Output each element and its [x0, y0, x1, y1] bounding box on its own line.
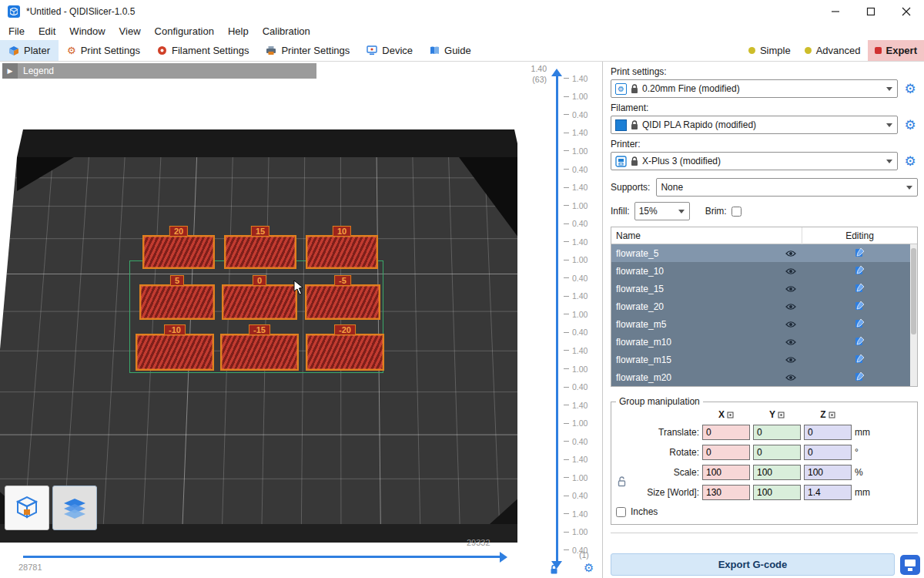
eye-icon[interactable] [780, 338, 802, 346]
translate-y-field[interactable] [753, 425, 801, 440]
flowrate-patch[interactable]: 10 [306, 235, 378, 269]
mode-simple[interactable]: Simple [742, 40, 798, 61]
gear-icon[interactable]: ⚙ [584, 561, 594, 575]
menu-file[interactable]: File [2, 23, 32, 40]
horizontal-slider-handle[interactable] [500, 552, 513, 563]
print-settings-gear-button[interactable]: ⚙ [902, 81, 918, 97]
group-manipulation-title: Group manipulation [616, 396, 703, 407]
minimize-icon[interactable] [818, 0, 853, 23]
layer-tick: 1.00 [564, 360, 588, 378]
translate-x-field[interactable] [702, 425, 750, 440]
object-list-row[interactable]: flowrate_m10 [611, 333, 917, 351]
flowrate-patch[interactable]: -15 [220, 334, 299, 371]
legend-bar[interactable]: ▶ Legend [2, 63, 316, 79]
lock-icon[interactable] [550, 564, 558, 578]
size-y-field[interactable] [753, 485, 801, 500]
flowrate-patch[interactable]: 20 [142, 235, 215, 269]
side-panel: Print settings: ⚙ 0.20mm Fine (modified)… [602, 62, 924, 578]
tab-device[interactable]: Device [358, 40, 421, 61]
translate-z-field[interactable] [804, 425, 852, 440]
size-z-field[interactable] [804, 485, 852, 500]
editing-icon[interactable] [855, 283, 865, 295]
layer-current-height: 1.40 [521, 63, 547, 74]
mode-advanced[interactable]: Advanced [798, 40, 868, 61]
uniform-scale-lock-icon[interactable] [616, 476, 627, 487]
export-gcode-button[interactable]: Export G-code [611, 553, 895, 576]
printer-gear-button[interactable]: ⚙ [902, 153, 918, 170]
flowrate-patch[interactable]: -5 [305, 284, 380, 320]
mode-expert[interactable]: Expert [868, 40, 924, 61]
size-label: Size [World]: [630, 487, 699, 498]
filament-select[interactable]: QIDI PLA Rapido (modified) [611, 116, 898, 134]
infill-select[interactable]: 15% [634, 202, 690, 220]
flowrate-patch[interactable]: 5 [139, 284, 215, 320]
eye-icon[interactable] [780, 374, 802, 381]
editing-icon[interactable] [855, 371, 865, 384]
eye-icon[interactable] [780, 285, 802, 293]
menu-calibration[interactable]: Calibration [256, 23, 317, 40]
inches-checkbox[interactable] [616, 507, 626, 517]
axis-icon [727, 412, 734, 418]
eye-icon[interactable] [780, 356, 802, 364]
layer-tick: 0.40 [564, 106, 588, 124]
scale-unit: % [855, 467, 878, 478]
close-icon[interactable] [889, 0, 924, 23]
rotate-y-field[interactable] [753, 445, 801, 460]
scale-y-field[interactable] [753, 465, 801, 480]
menu-window[interactable]: Window [62, 23, 112, 40]
rotate-label: Rotate: [630, 447, 699, 458]
rotate-x-field[interactable] [702, 445, 750, 460]
object-list-row[interactable]: flowrate_m5 [611, 315, 917, 333]
filament-icon [157, 45, 167, 55]
size-x-field[interactable] [702, 485, 750, 500]
scrollbar-thumb[interactable] [911, 248, 916, 334]
eye-icon[interactable] [780, 321, 802, 328]
eye-icon[interactable] [780, 303, 802, 311]
layer-slider-track[interactable] [556, 71, 558, 561]
eye-icon[interactable] [780, 267, 802, 275]
editing-icon[interactable] [855, 265, 865, 277]
tab-plater[interactable]: Plater [0, 40, 59, 61]
tab-print-settings[interactable]: ⚙ Print Settings [59, 40, 149, 61]
object-list-row[interactable]: flowrate_10 [611, 262, 917, 280]
flowrate-patch[interactable]: -20 [306, 334, 384, 371]
eye-icon[interactable] [780, 250, 802, 257]
tab-printer-settings[interactable]: Printer Settings [257, 40, 358, 61]
viewport-3d[interactable]: ▶ Legend 20151050-5-10-15-20 [0, 62, 602, 578]
layer-tick: 1.40 [564, 69, 588, 88]
printer-select[interactable]: X-Plus 3 (modified) [611, 152, 898, 170]
print-settings-select[interactable]: ⚙ 0.20mm Fine (modified) [611, 79, 898, 98]
editing-icon[interactable] [855, 336, 865, 348]
object-list-row[interactable]: flowrate_20 [611, 297, 917, 315]
editing-icon[interactable] [855, 354, 865, 366]
flowrate-patch[interactable]: -10 [136, 334, 214, 371]
supports-select[interactable]: None [656, 178, 918, 197]
menu-help[interactable]: Help [221, 23, 256, 40]
scale-z-field[interactable] [804, 465, 852, 480]
flowrate-patch[interactable]: 15 [224, 235, 296, 269]
export-icon-button[interactable] [900, 555, 920, 575]
3d-view-button[interactable] [5, 486, 49, 530]
list-scrollbar[interactable] [910, 244, 917, 386]
scale-x-field[interactable] [702, 465, 750, 480]
maximize-icon[interactable] [853, 0, 889, 23]
guide-icon [430, 45, 440, 55]
menu-view[interactable]: View [112, 23, 148, 40]
tab-guide[interactable]: Guide [421, 40, 480, 61]
rotate-z-field[interactable] [804, 445, 852, 460]
menu-configuration[interactable]: Configuration [148, 23, 221, 40]
object-list-row[interactable]: flowrate_15 [611, 280, 917, 297]
editing-icon[interactable] [855, 247, 865, 260]
object-list-row[interactable]: flowrate_5 [611, 244, 917, 262]
layers-preview-button[interactable] [52, 486, 97, 530]
menu-edit[interactable]: Edit [32, 23, 62, 40]
filament-gear-button[interactable]: ⚙ [902, 117, 918, 133]
object-list-row[interactable]: flowrate_m15 [611, 351, 917, 368]
editing-icon[interactable] [855, 318, 865, 331]
brim-checkbox[interactable] [732, 207, 742, 217]
object-list-row[interactable]: flowrate_m20 [611, 368, 917, 386]
horizontal-slider[interactable] [23, 556, 500, 558]
flowrate-patch[interactable]: 0 [222, 284, 297, 320]
tab-filament-settings[interactable]: Filament Settings [149, 40, 257, 61]
editing-icon[interactable] [855, 301, 865, 313]
